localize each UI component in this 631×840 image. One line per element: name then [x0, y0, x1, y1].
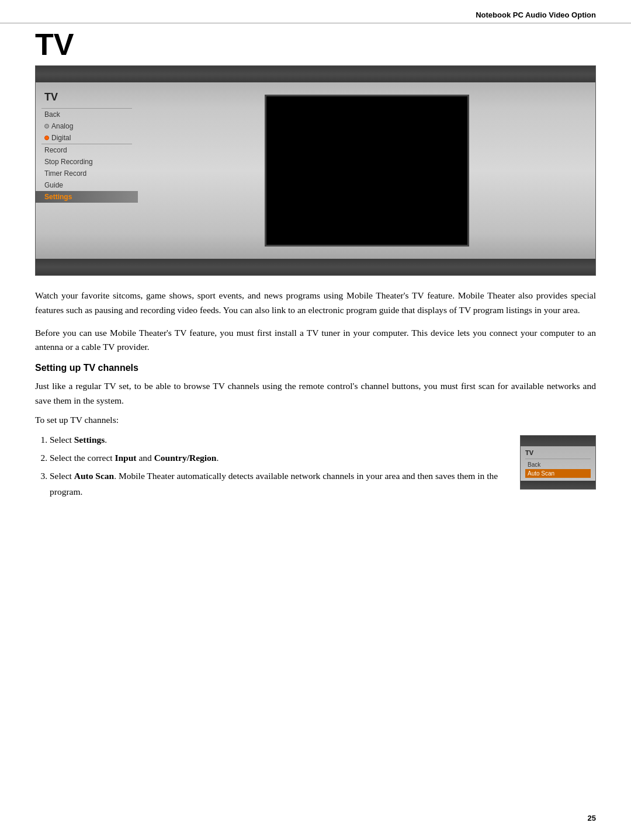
page-header: Notebook PC Audio Video Option: [0, 0, 631, 23]
page-header-title: Notebook PC Audio Video Option: [476, 11, 596, 19]
small-tv-bottom-bar: [521, 481, 595, 489]
tv-menu-digital[interactable]: Digital: [36, 132, 138, 144]
section-heading: Setting up TV channels: [35, 363, 596, 373]
steps-list: Select Settings. Select the correct Inpu…: [35, 432, 508, 502]
small-tv-title: TV: [525, 449, 591, 456]
steps-area: Select Settings. Select the correct Inpu…: [35, 432, 596, 502]
content-wrapper: TV Photo Music Make Disc TV Video DVD/VC…: [0, 29, 631, 502]
small-tv-box: TV Back Auto Scan: [520, 435, 596, 490]
page-number: 25: [588, 814, 596, 822]
tv-screen: [265, 95, 469, 247]
tv-menu-settings[interactable]: Settings: [36, 191, 138, 203]
small-tv-back[interactable]: Back: [525, 460, 591, 469]
radio-analog-icon: [44, 124, 49, 129]
body-text: Watch your favorite sitcoms, game shows,…: [35, 289, 596, 355]
tv-menu-timer-record[interactable]: Timer Record: [36, 168, 138, 179]
tv-screen-area: [138, 82, 595, 259]
tv-sidebar: TV Back Analog Digital: [36, 82, 138, 259]
small-tv-top-bar: [521, 436, 595, 446]
tv-interface-inner: TV Back Analog Digital: [36, 82, 595, 259]
small-tv-autoscan[interactable]: Auto Scan: [525, 469, 591, 478]
step-2: Select the correct Input and Country/Reg…: [50, 450, 508, 466]
tv-menu-stop-recording[interactable]: Stop Recording: [36, 156, 138, 168]
paragraph-2: Before you can use Mobile Theater's TV f…: [35, 326, 596, 355]
tv-interface: TV Back Analog Digital: [35, 65, 596, 276]
tv-top-bar: [36, 66, 595, 82]
steps-ol: Select Settings. Select the correct Inpu…: [50, 432, 508, 499]
tv-bottom-bar: [36, 259, 595, 275]
tv-menu-analog[interactable]: Analog: [36, 120, 138, 132]
page-title: TV: [35, 29, 596, 60]
step-3: Select Auto Scan. Mobile Theater automat…: [50, 468, 508, 499]
small-tv-divider: [525, 459, 591, 459]
tv-menu-record[interactable]: Record: [36, 144, 138, 156]
tv-sidebar-title: TV: [36, 88, 138, 108]
paragraph-1: Watch your favorite sitcoms, game shows,…: [35, 289, 596, 318]
small-tv-content: TV Back Auto Scan: [521, 446, 595, 481]
step-1: Select Settings.: [50, 432, 508, 447]
radio-digital-icon: [44, 136, 49, 140]
paragraph-3: Just like a regular TV set, to be able t…: [35, 379, 596, 408]
paragraph-4: To set up TV channels:: [35, 413, 596, 428]
tv-menu-back[interactable]: Back: [36, 109, 138, 120]
tv-menu-guide[interactable]: Guide: [36, 179, 138, 191]
